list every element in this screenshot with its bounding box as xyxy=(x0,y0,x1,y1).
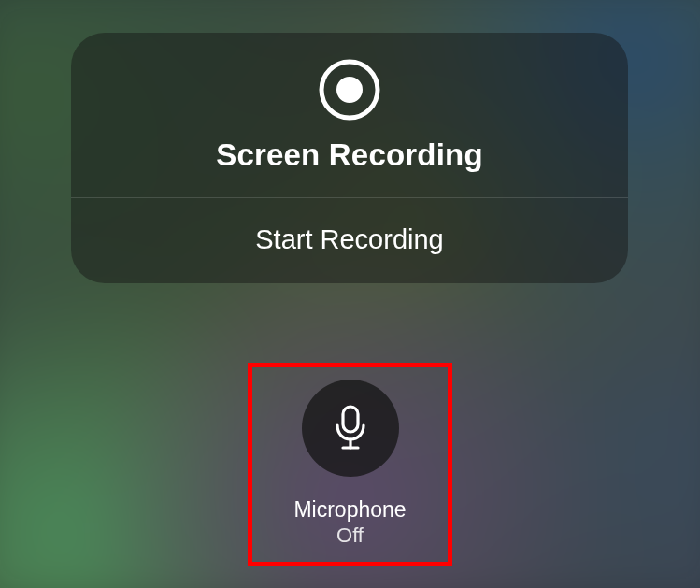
record-icon xyxy=(319,59,380,121)
svg-point-1 xyxy=(336,77,363,103)
screen-recording-title: Screen Recording xyxy=(216,137,483,173)
microphone-toggle-button[interactable] xyxy=(302,380,399,477)
microphone-section: Microphone Off xyxy=(248,363,452,566)
panel-header: Screen Recording xyxy=(71,33,628,197)
start-recording-label: Start Recording xyxy=(255,224,444,255)
start-recording-button[interactable]: Start Recording xyxy=(71,198,628,283)
microphone-status: Off xyxy=(336,523,364,548)
svg-rect-2 xyxy=(343,407,358,432)
microphone-icon xyxy=(331,405,370,452)
screen-recording-panel: Screen Recording Start Recording xyxy=(71,33,628,283)
microphone-label: Microphone xyxy=(293,497,406,523)
